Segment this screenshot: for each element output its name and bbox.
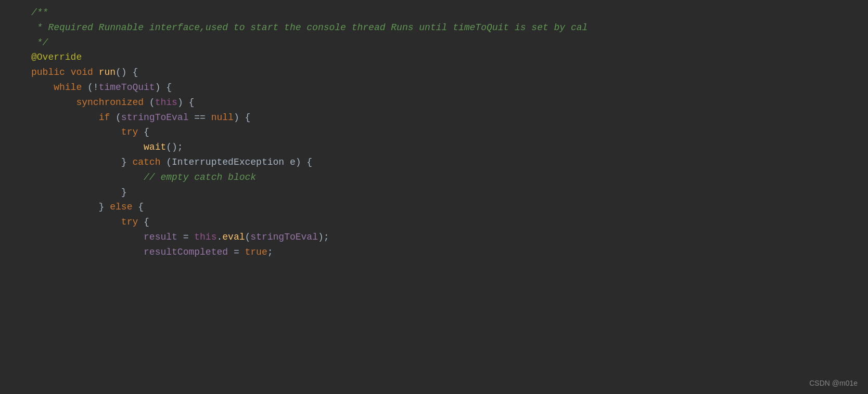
code-token: else	[110, 200, 132, 215]
code-token: .	[216, 230, 222, 245]
code-token: */	[31, 35, 48, 50]
code-token: try	[121, 125, 138, 140]
code-token: @Override	[31, 50, 82, 65]
code-line: }	[31, 185, 858, 200]
code-line: @Override	[31, 50, 858, 65]
code-token: result	[144, 230, 177, 245]
code-token: this	[194, 230, 216, 245]
code-token	[31, 230, 144, 245]
code-token: public	[31, 65, 65, 80]
code-line: } catch (InterruptedException e) {	[31, 155, 858, 170]
watermark: CSDN @m01e	[809, 377, 858, 389]
code-line: synchronized (this) {	[31, 95, 858, 110]
code-token: ();	[166, 140, 183, 155]
code-token: {	[132, 200, 144, 215]
code-line: while (!timeToQuit) {	[31, 80, 858, 95]
code-line: try {	[31, 125, 858, 140]
code-token: {	[138, 125, 149, 140]
code-token	[65, 65, 71, 80]
code-line: try {	[31, 215, 858, 230]
code-token: (InterruptedException e) {	[160, 155, 312, 170]
code-token: (	[144, 95, 155, 110]
code-token: );	[318, 230, 329, 245]
code-line: public void run() {	[31, 65, 858, 80]
code-token	[93, 65, 99, 80]
code-token: wait	[144, 140, 166, 155]
code-line: } else {	[31, 200, 858, 215]
code-token: try	[121, 215, 138, 230]
code-token	[31, 125, 121, 140]
code-line: result = this.eval(stringToEval);	[31, 230, 858, 245]
code-token	[31, 80, 54, 95]
code-token: eval	[222, 230, 245, 245]
code-token: void	[71, 65, 93, 80]
code-token	[31, 110, 99, 125]
code-token: ;	[267, 245, 273, 260]
code-token	[31, 245, 144, 260]
code-token: (	[245, 230, 251, 245]
code-token: stringToEval	[250, 230, 318, 245]
code-token: // empty catch block	[144, 170, 256, 185]
code-token: =	[177, 230, 194, 245]
code-token: this	[155, 95, 177, 110]
code-token	[31, 140, 144, 155]
code-token: (	[110, 110, 121, 125]
code-token: =	[228, 245, 245, 260]
code-token: run	[99, 65, 116, 80]
code-token: () {	[116, 65, 138, 80]
code-line: resultCompleted = true;	[31, 245, 858, 260]
code-token: ) {	[155, 80, 172, 95]
code-line: /**	[31, 5, 858, 20]
code-token: resultCompleted	[144, 245, 228, 260]
code-token: synchronized	[76, 95, 144, 110]
code-token: true	[245, 245, 267, 260]
code-line: wait();	[31, 140, 858, 155]
code-token: /**	[31, 5, 48, 20]
code-token: timeToQuit	[99, 80, 155, 95]
code-token	[31, 170, 144, 185]
code-token: }	[31, 200, 110, 215]
code-token: {	[138, 215, 149, 230]
code-line: // empty catch block	[31, 170, 858, 185]
code-token: }	[31, 155, 132, 170]
code-token: * Required Runnable interface,used to st…	[31, 20, 588, 35]
code-token	[31, 95, 76, 110]
code-token: while	[54, 80, 82, 95]
code-token: }	[31, 185, 127, 200]
code-token: ==	[188, 110, 211, 125]
code-token: stringToEval	[121, 110, 189, 125]
code-token: catch	[132, 155, 160, 170]
code-token: ) {	[234, 110, 250, 125]
code-token: ) {	[177, 95, 194, 110]
code-token	[31, 215, 121, 230]
code-token: if	[99, 110, 110, 125]
code-line: * Required Runnable interface,used to st…	[31, 20, 858, 35]
code-line: */	[31, 35, 858, 50]
code-editor: /** * Required Runnable interface,used t…	[0, 0, 868, 394]
code-token: null	[211, 110, 234, 125]
code-token: (!	[82, 80, 98, 95]
code-line: if (stringToEval == null) {	[31, 110, 858, 125]
